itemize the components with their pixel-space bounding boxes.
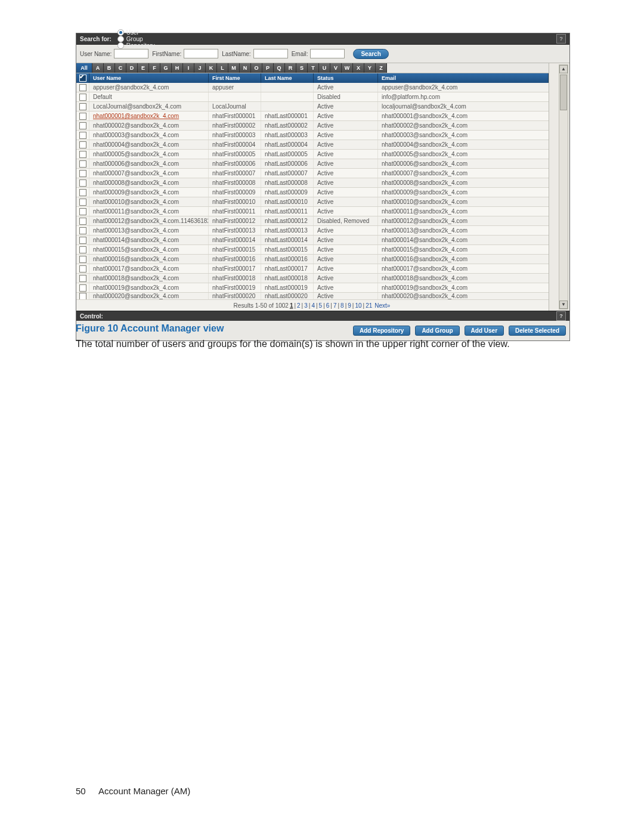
col-user-name[interactable]: User Name [89,73,209,83]
pager-page-2[interactable]: 2 [297,302,301,309]
row-checkbox[interactable] [76,121,89,130]
alpha-w[interactable]: W [342,63,353,73]
pager-page-3[interactable]: 3 [304,302,308,309]
row-checkbox[interactable] [76,169,89,178]
first-name-label: FirstName: [152,51,181,57]
alpha-r[interactable]: R [285,63,296,73]
alpha-all[interactable]: All [76,63,92,73]
alpha-a[interactable]: A [92,63,104,73]
search-for-option-group[interactable]: Group [117,36,155,42]
col-last-name[interactable]: Last Name [261,73,314,83]
row-checkbox[interactable] [76,188,89,197]
cell-first: nhatFirst000001 [209,112,261,120]
alpha-u[interactable]: U [319,63,330,73]
row-checkbox[interactable] [76,264,89,273]
row-checkbox[interactable] [76,283,89,292]
alpha-f[interactable]: F [149,63,160,73]
alpha-c[interactable]: C [115,63,126,73]
row-checkbox[interactable] [76,102,89,111]
row-checkbox[interactable] [76,255,89,264]
row-checkbox[interactable] [76,226,89,235]
pager-page-6[interactable]: 6 [326,302,330,309]
row-checkbox[interactable] [76,131,89,140]
alpha-v[interactable]: V [330,63,342,73]
scroll-thumb[interactable] [560,75,567,110]
row-checkbox[interactable] [76,92,89,101]
pager-page-9[interactable]: 9 [348,302,351,309]
alpha-q[interactable]: Q [274,63,285,73]
last-name-input[interactable] [253,49,288,58]
col-status[interactable]: Status [314,73,378,83]
row-checkbox[interactable] [76,274,89,283]
row-checkbox[interactable] [76,216,89,225]
help-icon[interactable]: ? [556,34,566,44]
pager-page-8[interactable]: 8 [340,302,344,309]
alpha-h[interactable]: H [172,63,183,73]
figure-number: Figure 10 [76,323,118,333]
alpha-t[interactable]: T [308,63,319,73]
row-checkbox[interactable] [76,197,89,206]
table-row: nhat000018@sandbox2k_4.comnhatFirst00001… [76,274,549,283]
cell-first: nhatFirst000006 [209,159,261,168]
delete-selected-button[interactable]: Delete Selected [509,326,566,336]
first-name-input[interactable] [184,49,218,58]
row-checkbox[interactable] [76,159,89,168]
row-checkbox[interactable] [76,112,89,120]
email-input[interactable] [310,49,345,58]
pager-next[interactable]: Next» [374,302,390,309]
alpha-k[interactable]: K [206,63,217,73]
search-button[interactable]: Search [353,49,388,59]
add-user-button[interactable]: Add User [465,326,504,336]
scroll-up-icon[interactable]: ▲ [559,65,568,73]
cell-user[interactable]: nhat000001@sandbox2k_4.com [89,112,209,120]
row-checkbox[interactable] [76,150,89,159]
row-checkbox[interactable] [76,140,89,149]
row-checkbox[interactable] [76,293,89,299]
scroll-down-icon[interactable]: ▼ [559,301,568,309]
col-email[interactable]: Email [378,73,549,83]
cell-user: nhat000020@sandbox2k_4.com [89,293,209,299]
row-checkbox[interactable] [76,83,89,92]
alpha-p[interactable]: P [262,63,274,73]
search-for-option-repository[interactable]: Repository [117,42,155,49]
alpha-y[interactable]: Y [364,63,376,73]
cell-first: nhatFirst000008 [209,178,261,187]
user-name-input[interactable] [114,49,148,58]
alpha-s[interactable]: S [296,63,308,73]
row-checkbox[interactable] [76,236,89,244]
alpha-j[interactable]: J [194,63,206,73]
cell-user: nhat000013@sandbox2k_4.com [89,226,209,235]
alpha-l[interactable]: L [217,63,228,73]
alpha-m[interactable]: M [228,63,240,73]
add-group-button[interactable]: Add Group [415,326,459,336]
table-row: nhat000012@sandbox2k_4.com.1146361820271… [76,216,549,226]
cell-last: nhatLast000013 [261,226,314,235]
col-first-name[interactable]: First Name [209,73,261,83]
select-all-checkbox[interactable] [76,73,89,83]
cell-first: nhatFirst000012 [209,216,261,225]
search-for-option-user[interactable]: User [117,29,155,36]
pager-page-10[interactable]: 10 [355,302,361,309]
pager-page-1[interactable]: 1 [290,302,293,309]
pager-page-5[interactable]: 5 [319,302,323,309]
alpha-z[interactable]: Z [376,63,387,73]
row-checkbox[interactable] [76,245,89,254]
alpha-x[interactable]: X [353,63,364,73]
alpha-e[interactable]: E [138,63,149,73]
alpha-i[interactable]: I [183,63,194,73]
pager-page-21[interactable]: 21 [366,302,372,309]
alpha-n[interactable]: N [240,63,251,73]
row-checkbox[interactable] [76,178,89,187]
add-repository-button[interactable]: Add Repository [353,326,410,336]
alpha-o[interactable]: O [251,63,262,73]
alpha-g[interactable]: G [160,63,172,73]
pager-page-4[interactable]: 4 [311,302,315,309]
control-help-icon[interactable]: ? [556,311,566,321]
scrollbar[interactable]: ▲ ▼ [559,64,568,309]
alpha-b[interactable]: B [104,63,115,73]
results-body: AllABCDEFGHIJKLMNOPQRSTUVWXYZ User Name … [76,63,569,311]
alpha-d[interactable]: D [126,63,138,73]
row-checkbox[interactable] [76,207,89,216]
cell-user: nhat000009@sandbox2k_4.com [89,188,209,197]
pager-page-7[interactable]: 7 [333,302,337,309]
